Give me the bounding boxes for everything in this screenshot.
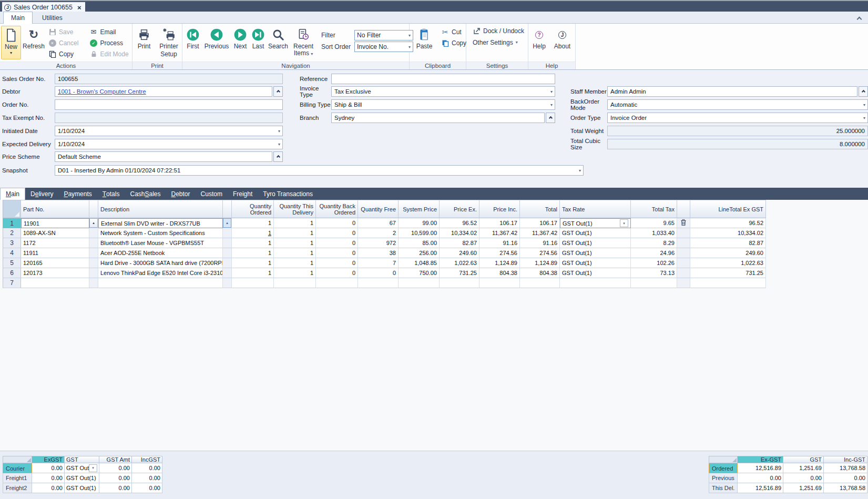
- row-number-cell[interactable]: 6: [3, 268, 21, 278]
- about-button[interactable]: J About: [552, 26, 573, 59]
- grid-cell-part[interactable]: [21, 278, 89, 288]
- order-no-field[interactable]: [55, 99, 283, 110]
- grid-cell-qty-ordered[interactable]: 1: [232, 238, 274, 248]
- order-totals-grid-cell-exgst[interactable]: 12,516.89: [738, 463, 783, 473]
- order-totals-grid-cell-gst[interactable]: 1,251.69: [783, 463, 824, 473]
- tab-totals[interactable]: Totals: [97, 188, 125, 200]
- grid-cell-qty-ordered[interactable]: 1: [232, 268, 274, 278]
- grid-cell-system-price[interactable]: 256.00: [399, 248, 440, 258]
- grid-cell-qty-ordered[interactable]: 1: [232, 258, 274, 268]
- freight-grid-cell-gst[interactable]: GST Out▾: [65, 463, 99, 473]
- grid-cell-qty-free[interactable]: 0: [358, 268, 399, 278]
- ribbon-tab-main[interactable]: Main: [3, 12, 33, 24]
- grid-cell-part[interactable]: 120173: [21, 268, 89, 278]
- freight-grid-cell-gst[interactable]: GST Out(1): [65, 483, 99, 493]
- grid-column-header[interactable]: Tax Rate: [560, 200, 631, 218]
- grid-cell-system-price[interactable]: 10,599.00: [399, 228, 440, 238]
- grid-cell-total-tax[interactable]: 73.13: [631, 268, 677, 278]
- grid-cell-line-total[interactable]: 96.52: [690, 218, 766, 228]
- grid-cell-part[interactable]: 1089-AX-SN: [21, 228, 89, 238]
- grid-cell-qty-this-delivery[interactable]: 1: [274, 258, 316, 268]
- freight-grid-cell-incgst[interactable]: 0.00: [132, 463, 162, 473]
- tab-payments[interactable]: Payments: [58, 188, 97, 200]
- grid-cell-qty-back-ordered[interactable]: [316, 278, 358, 288]
- freight-grid-cell-incgst[interactable]: 0.00: [132, 483, 162, 493]
- order-totals-grid-cell-exgst[interactable]: 0.00: [738, 473, 783, 483]
- grid-cell-qty-this-delivery[interactable]: 1: [274, 218, 316, 228]
- grid-cell-price-inc[interactable]: 1,124.89: [479, 258, 520, 268]
- staff-member-expand-button[interactable]: [859, 86, 868, 97]
- previous-button[interactable]: Previous: [202, 26, 231, 59]
- row-number-cell[interactable]: 2: [3, 228, 21, 238]
- grid-cell-price-inc[interactable]: 804.38: [479, 268, 520, 278]
- grid-column-header[interactable]: Part No.: [21, 200, 89, 218]
- order-totals-grid-row-label[interactable]: Ordered: [709, 463, 738, 473]
- grid-column-header[interactable]: System Price: [399, 200, 440, 218]
- order-totals-grid-cell-gst[interactable]: 1,251.69: [783, 483, 824, 493]
- grid-cell-desc[interactable]: [98, 278, 223, 288]
- grid-column-header[interactable]: Quantity Free: [358, 200, 399, 218]
- order-totals-grid-cell-incgst[interactable]: 0.00: [824, 473, 867, 483]
- collapse-ribbon-button[interactable]: [857, 14, 865, 21]
- grid-cell-qty-free[interactable]: [358, 278, 399, 288]
- order-type-select[interactable]: Invoice Order▾: [607, 113, 868, 123]
- grid-cell-qty-ordered[interactable]: 1: [232, 218, 274, 228]
- spin-up-button[interactable]: ▴: [89, 218, 98, 228]
- grid-cell-desc[interactable]: Acer AOD-255E Netbook: [98, 248, 223, 258]
- grid-cell-total[interactable]: 106.17: [520, 218, 560, 228]
- grid-cell-line-total[interactable]: 1,022.63: [690, 258, 766, 268]
- grid-column-header[interactable]: Total: [520, 200, 560, 218]
- freight-grid-cell-exgst[interactable]: 0.00: [32, 473, 65, 483]
- grid-cell-price-inc[interactable]: 91.16: [479, 238, 520, 248]
- freight-grid-cell-gst_amt[interactable]: 0.00: [99, 473, 132, 483]
- paste-button[interactable]: Paste: [414, 26, 435, 59]
- grid-cell-qty-back-ordered[interactable]: 0: [316, 218, 358, 228]
- grid-cell-tax-rate[interactable]: GST Out(1): [560, 238, 631, 248]
- new-button[interactable]: New ▾: [1, 26, 21, 59]
- grid-cell-line-total[interactable]: 10,334.02: [690, 228, 766, 238]
- freight-grid-cell-exgst[interactable]: 0.00: [32, 463, 65, 473]
- grid-column-header[interactable]: Price Inc.: [479, 200, 520, 218]
- grid-cell-qty-this-delivery[interactable]: 1: [274, 268, 316, 278]
- grid-cell-qty-free[interactable]: 2: [358, 228, 399, 238]
- tax-rate-dropdown-button[interactable]: ▾: [89, 464, 97, 472]
- invoice-type-select[interactable]: Tax Exclusive▾: [331, 86, 555, 97]
- branch-expand-button[interactable]: [546, 113, 555, 123]
- grid-cell-total[interactable]: 11,367.42: [520, 228, 560, 238]
- grid-cell-price-ex[interactable]: [440, 278, 479, 288]
- grid-cell-line-total[interactable]: 249.60: [690, 248, 766, 258]
- debtor-expand-button[interactable]: [273, 86, 283, 97]
- grid-cell-qty-this-delivery[interactable]: 1: [274, 238, 316, 248]
- caret-down-icon[interactable]: ▾: [550, 103, 553, 107]
- clipboard-copy-button[interactable]: Copy: [439, 38, 468, 48]
- price-scheme-expand-button[interactable]: [273, 151, 283, 162]
- other-settings-button[interactable]: Other Settings ▾: [471, 37, 520, 47]
- caret-down-icon[interactable]: ▾: [863, 103, 865, 107]
- billing-type-select[interactable]: Ship & Bill▾: [331, 99, 555, 110]
- last-button[interactable]: Last: [250, 26, 267, 59]
- grid-cell-qty-free[interactable]: 67: [358, 218, 399, 228]
- caret-down-icon[interactable]: ▾: [278, 129, 280, 134]
- search-button[interactable]: Search: [267, 26, 290, 59]
- debtor-link[interactable]: 1001 - Brown's Computer Centre: [58, 88, 146, 95]
- order-totals-grid-row-label[interactable]: This Del.: [709, 483, 738, 493]
- grid-cell-qty-ordered[interactable]: [232, 278, 274, 288]
- grid-cell-total-tax[interactable]: 24.96: [631, 248, 677, 258]
- expected-delivery-field[interactable]: 1/10/2024▾: [55, 139, 283, 149]
- row-number-cell[interactable]: 7: [3, 278, 21, 288]
- debtor-field[interactable]: 1001 - Brown's Computer Centre: [55, 86, 272, 97]
- grid-cell-system-price[interactable]: 750.00: [399, 268, 440, 278]
- document-tab[interactable]: J Sales Order 100655 ×: [2, 2, 85, 13]
- staff-member-field[interactable]: Admin Admin: [607, 86, 857, 97]
- filter-select[interactable]: No Filter ▾: [354, 30, 413, 40]
- grid-cell-qty-back-ordered[interactable]: 0: [316, 268, 358, 278]
- copy-button[interactable]: Copy: [46, 49, 88, 59]
- grid-cell-total-tax[interactable]: 8.29: [631, 238, 677, 248]
- grid-cell-line-total[interactable]: [690, 278, 766, 288]
- caret-down-icon[interactable]: ▾: [579, 168, 581, 173]
- freight-grid-cell-exgst[interactable]: 0.00: [32, 483, 65, 493]
- grid-cell-qty-back-ordered[interactable]: 0: [316, 248, 358, 258]
- order-totals-grid-cell-gst[interactable]: 0.00: [783, 473, 824, 483]
- caret-down-icon[interactable]: ▾: [863, 116, 865, 120]
- grid-cell-total-tax[interactable]: 1,033.40: [631, 228, 677, 238]
